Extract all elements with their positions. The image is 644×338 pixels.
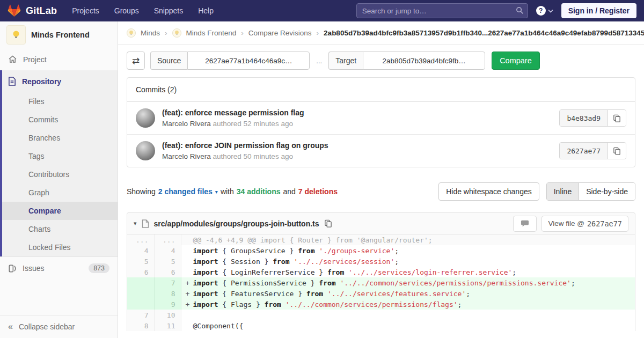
hide-whitespace-button[interactable]: Hide whitespace changes	[438, 182, 539, 201]
copy-file-path-button[interactable]	[324, 219, 332, 227]
diff-line: 710	[127, 310, 635, 320]
breadcrumb-page[interactable]: Compare Revisions	[248, 29, 312, 37]
new-line-number[interactable]: 5	[154, 256, 181, 267]
swap-revisions-button[interactable]: ⇄	[127, 52, 145, 70]
commit-row: (feat): enforce JOIN permission flag on …	[127, 134, 635, 167]
nav-snippets[interactable]: Snippets	[154, 6, 183, 15]
inline-view-button[interactable]: Inline	[547, 183, 579, 200]
breadcrumb-sha-range: 2ab805d7b39ad4bfc9fb3a85713957d9b1ffb340…	[324, 29, 644, 37]
gitlab-logo[interactable]: GitLab	[8, 4, 57, 17]
old-line-number[interactable]: ...	[127, 234, 154, 245]
sidebar-item-locked-files[interactable]: Locked Files	[2, 238, 118, 256]
source-ref-field[interactable]: 2627ae77a1b464c46a9c…	[187, 52, 310, 70]
nav-help[interactable]: Help	[198, 6, 214, 15]
old-line-number[interactable]	[127, 277, 154, 288]
commits-card: Commits (2) (feat): enforce message perm…	[127, 77, 635, 167]
breadcrumb: Minds › Minds Frontend › Compare Revisio…	[118, 21, 644, 45]
search-input[interactable]	[356, 3, 528, 18]
breadcrumb-project[interactable]: Minds Frontend	[186, 29, 237, 37]
deletions-count: 7 deletions	[298, 187, 338, 196]
collapse-file-caret-icon[interactable]: ▾	[134, 220, 137, 227]
commit-author[interactable]: Marcelo Rivera	[162, 120, 211, 128]
changed-files-dropdown[interactable]: 2 changed files	[158, 187, 213, 196]
sidebar-item-graph[interactable]: Graph	[2, 183, 118, 202]
sidebar-item-compare[interactable]: Compare	[2, 202, 118, 220]
document-icon	[8, 77, 16, 86]
old-line-number[interactable]: 4	[127, 245, 154, 256]
new-line-number[interactable]: 11	[154, 320, 181, 331]
commit-timestamp: authored 50 minutes ago	[213, 152, 293, 160]
copy-icon	[613, 114, 621, 122]
commit-author-avatar[interactable]	[136, 141, 155, 160]
file-icon	[142, 219, 149, 228]
diff-line: 9+import { Flags } from '../../common/se…	[127, 299, 635, 310]
toggle-comments-button[interactable]	[513, 216, 537, 232]
diff-table-body: ...... @@ -4,6 +4,9 @@ import { Router }…	[127, 234, 635, 331]
sidebar-item-files[interactable]: Files	[2, 92, 118, 111]
file-path[interactable]: src/app/modules/groups/groups-join-butto…	[154, 219, 319, 228]
sidebar-item-tags[interactable]: Tags	[2, 147, 118, 165]
commit-timestamp: authored 52 minutes ago	[213, 120, 293, 128]
swap-arrows-icon: ⇄	[132, 55, 140, 67]
commit-sha[interactable]: 2627ae77	[560, 143, 608, 159]
sign-in-button[interactable]: Sign in / Register	[561, 3, 636, 18]
nav-groups[interactable]: Groups	[114, 6, 139, 15]
new-line-number[interactable]: 10	[154, 310, 181, 320]
old-line-number[interactable]	[127, 299, 154, 310]
new-line-number[interactable]: 4	[154, 245, 181, 256]
sidebar-item-commits[interactable]: Commits	[2, 111, 118, 129]
sidebar-item-branches[interactable]: Branches	[2, 129, 118, 147]
form-separator: ...	[316, 57, 322, 65]
commit-title[interactable]: (feat): enforce JOIN permission flag on …	[162, 141, 559, 150]
commit-author[interactable]: Marcelo Rivera	[162, 152, 211, 160]
copy-sha-button[interactable]	[608, 143, 626, 159]
caret-down-icon[interactable]: ▾	[215, 189, 218, 195]
new-line-number[interactable]: 7	[154, 277, 181, 288]
group-avatar	[127, 28, 136, 38]
source-label: Source	[150, 52, 187, 70]
issues-icon	[8, 264, 17, 273]
double-chevron-left-icon: «	[8, 322, 13, 331]
breadcrumb-group[interactable]: Minds	[141, 29, 160, 37]
view-file-sha: 2627ae77	[587, 219, 622, 228]
sidebar-item-charts[interactable]: Charts	[2, 220, 118, 238]
commit-sha[interactable]: b4e83ad9	[560, 110, 608, 126]
diff-summary-row: Showing 2 changed files ▾ with 34 additi…	[127, 182, 635, 201]
breadcrumb-separator: ›	[317, 29, 319, 37]
new-line-number[interactable]: 6	[154, 267, 181, 277]
new-line-number[interactable]: ...	[154, 234, 181, 245]
diff-code: +import { Flags } from '../../common/ser…	[181, 299, 635, 310]
home-icon	[8, 55, 17, 64]
old-line-number[interactable]	[127, 288, 154, 299]
old-line-number[interactable]: 8	[127, 320, 154, 331]
search-icon[interactable]	[516, 6, 524, 17]
collapse-sidebar-button[interactable]: « Collapse sidebar	[0, 315, 118, 338]
diff-code: import { LoginReferrerService } from '..…	[181, 267, 635, 277]
compare-button[interactable]: Compare	[492, 52, 540, 70]
issues-count-badge: 873	[89, 263, 109, 273]
new-line-number[interactable]: 8	[154, 288, 181, 299]
copy-icon	[613, 147, 621, 155]
sidebar-item-issues[interactable]: Issues 873	[0, 256, 118, 280]
sidebar-item-repository[interactable]: Repository	[2, 70, 118, 92]
help-menu[interactable]: ?	[536, 6, 553, 16]
old-line-number[interactable]: 7	[127, 310, 154, 320]
sidebar-item-contributors[interactable]: Contributors	[2, 165, 118, 183]
view-file-button[interactable]: View file @ 2627ae77	[541, 216, 628, 232]
commit-row: (feat): enforce message permission flag …	[127, 102, 635, 134]
commit-author-avatar[interactable]	[136, 108, 155, 128]
commit-title[interactable]: (feat): enforce message permission flag	[162, 108, 559, 117]
new-line-number[interactable]: 9	[154, 299, 181, 310]
sidebar-item-project[interactable]: Project	[0, 48, 118, 70]
copy-sha-button[interactable]	[608, 110, 626, 126]
old-line-number[interactable]: 5	[127, 256, 154, 267]
target-ref-field[interactable]: 2ab805d7b39ad4bfc9fb…	[363, 52, 485, 70]
with-label: with	[221, 187, 234, 196]
diff-line: 8+import { FeaturesService } from '../..…	[127, 288, 635, 299]
project-context[interactable]: Minds Frontend	[0, 21, 118, 48]
old-line-number[interactable]: 6	[127, 267, 154, 277]
nav-projects[interactable]: Projects	[72, 6, 99, 15]
side-by-side-view-button[interactable]: Side-by-side	[579, 183, 635, 200]
lightbulb-icon	[11, 30, 21, 40]
diff-code: @Component({	[181, 320, 635, 331]
